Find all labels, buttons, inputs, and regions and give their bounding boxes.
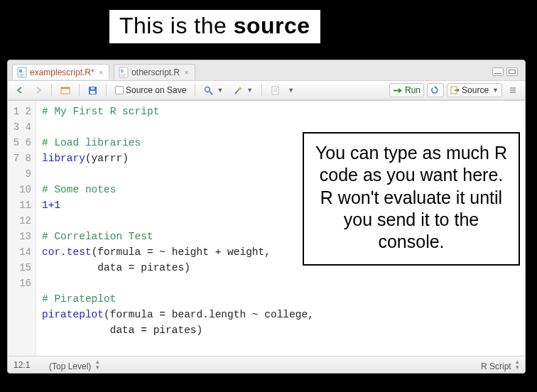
r-file-icon: [17, 67, 27, 78]
rerun-icon: [430, 86, 440, 95]
popup-window-icon: [60, 86, 70, 94]
cursor-position: 12:1: [13, 360, 42, 370]
source-file-icon: [450, 86, 460, 94]
headline-pre: This is the: [119, 13, 234, 38]
notebook-icon: [271, 86, 280, 95]
minimize-panel-button[interactable]: [492, 67, 504, 76]
magic-wand-icon: [233, 86, 243, 95]
language-label: R Script: [481, 361, 511, 371]
close-icon[interactable]: ×: [184, 68, 188, 77]
find-button[interactable]: ▼: [200, 83, 227, 97]
toolbar-separator: [51, 84, 52, 97]
chevron-down-icon: ▼: [492, 87, 499, 94]
back-button[interactable]: [12, 83, 28, 97]
compile-report-button[interactable]: [267, 83, 283, 97]
toolbar-separator: [261, 84, 262, 97]
code-tools-button[interactable]: ▼: [229, 83, 256, 97]
toolbar-separator: [106, 84, 107, 97]
svg-rect-12: [91, 87, 94, 89]
source-label: Source: [462, 85, 489, 95]
svg-point-1: [19, 69, 23, 72]
svg-rect-7: [121, 75, 125, 76]
line-number-gutter: 1 2 3 4 5 6 7 8 9 10 11 12 13 14 15 16: [8, 101, 36, 356]
svg-rect-6: [121, 74, 126, 75]
toolbar-separator: [195, 84, 195, 97]
show-in-new-window-button[interactable]: [57, 83, 74, 97]
svg-rect-3: [19, 75, 23, 76]
language-mode-selector[interactable]: R Script ▴▾: [481, 359, 519, 371]
updown-icon: ▴▾: [516, 359, 519, 370]
svg-rect-11: [90, 91, 95, 94]
save-button[interactable]: [85, 83, 101, 97]
scope-selector[interactable]: (Top Level) ▴▾: [49, 359, 99, 371]
scope-label: (Top Level): [49, 361, 91, 371]
tab-filename: examplescript.R*: [30, 67, 94, 77]
source-on-save-label: Source on Save: [126, 85, 186, 95]
run-label: Run: [405, 85, 421, 95]
tab-otherscript[interactable]: otherscript.R ×: [114, 64, 195, 80]
chevron-down-icon[interactable]: ▼: [288, 87, 294, 94]
editor-status-bar: 12:1 (Top Level) ▴▾ R Script ▴▾: [8, 356, 525, 373]
source-button[interactable]: Source ▼: [447, 83, 502, 97]
page-title: This is the source: [109, 10, 320, 43]
updown-icon: ▴▾: [96, 359, 99, 370]
chevron-down-icon: ▼: [217, 87, 223, 94]
editor-toolbar: Source on Save ▼ ▼ ▼ Run Source ▼: [8, 80, 525, 100]
toolbar-separator: [79, 84, 80, 97]
arrow-right-icon: [34, 86, 43, 94]
forward-button[interactable]: [31, 83, 46, 97]
document-outline-button[interactable]: [505, 83, 521, 97]
save-icon: [88, 86, 97, 95]
r-file-icon: [119, 67, 129, 78]
run-arrow-icon: [393, 87, 403, 94]
svg-point-5: [121, 69, 124, 72]
headline-bold: source: [234, 13, 310, 38]
arrow-left-icon: [16, 86, 24, 94]
close-icon[interactable]: ×: [99, 68, 103, 77]
source-on-save-toggle[interactable]: Source on Save: [112, 83, 190, 97]
outline-icon: [509, 86, 517, 94]
svg-rect-2: [19, 74, 25, 75]
svg-line-14: [210, 92, 212, 94]
search-icon: [204, 86, 213, 95]
tab-examplescript[interactable]: examplescript.R* ×: [12, 64, 109, 80]
tab-filename: otherscript.R: [131, 67, 180, 77]
callout-text: You can type as much R code as you want …: [315, 143, 507, 251]
svg-point-13: [205, 87, 210, 92]
annotation-callout: You can type as much R code as you want …: [303, 132, 520, 266]
svg-rect-9: [61, 87, 70, 89]
editor-tabs: examplescript.R* × otherscript.R ×: [8, 60, 525, 80]
checkbox-icon: [115, 86, 124, 94]
chevron-down-icon: ▼: [246, 87, 253, 94]
rerun-button[interactable]: [427, 83, 444, 97]
run-button[interactable]: Run: [389, 83, 424, 97]
maximize-panel-button[interactable]: [506, 67, 518, 76]
panel-window-controls: [492, 67, 521, 76]
